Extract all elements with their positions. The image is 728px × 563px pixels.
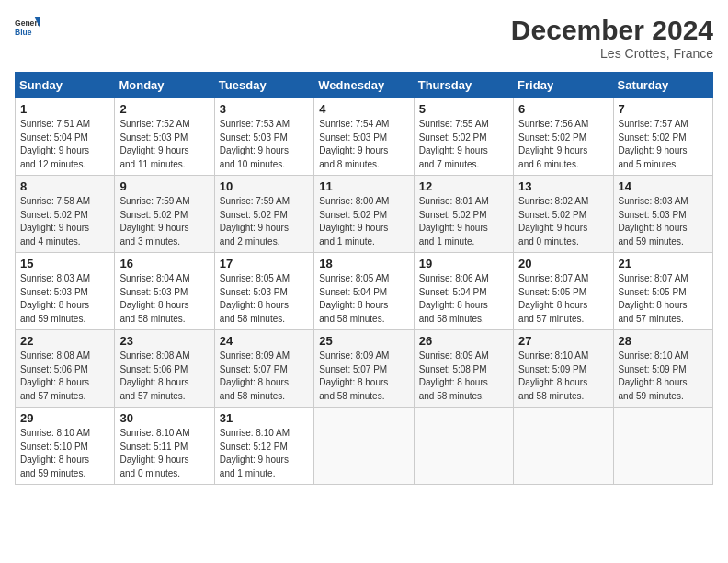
calendar-table: SundayMondayTuesdayWednesdayThursdayFrid… bbox=[15, 72, 713, 485]
day-info: Sunrise: 8:05 AM Sunset: 5:03 PM Dayligh… bbox=[220, 272, 309, 326]
calendar-week-row: 22Sunrise: 8:08 AM Sunset: 5:06 PM Dayli… bbox=[16, 330, 713, 408]
day-number: 4 bbox=[319, 102, 408, 116]
day-info: Sunrise: 8:10 AM Sunset: 5:09 PM Dayligh… bbox=[619, 350, 708, 403]
day-number: 17 bbox=[220, 257, 309, 270]
calendar-day-cell: 14Sunrise: 8:03 AM Sunset: 5:03 PM Dayli… bbox=[613, 176, 712, 253]
day-number: 15 bbox=[20, 257, 109, 270]
calendar-day-cell: 25Sunrise: 8:09 AM Sunset: 5:07 PM Dayli… bbox=[314, 330, 414, 408]
location-subtitle: Les Crottes, France bbox=[511, 46, 713, 61]
day-number: 30 bbox=[119, 411, 209, 425]
day-info: Sunrise: 8:07 AM Sunset: 5:05 PM Dayligh… bbox=[518, 272, 608, 326]
day-info: Sunrise: 8:10 AM Sunset: 5:10 PM Dayligh… bbox=[20, 427, 109, 480]
calendar-day-cell: 30Sunrise: 8:10 AM Sunset: 5:11 PM Dayli… bbox=[115, 408, 214, 485]
day-number: 10 bbox=[220, 179, 309, 193]
calendar-body: 1Sunrise: 7:51 AM Sunset: 5:04 PM Daylig… bbox=[16, 98, 713, 485]
calendar-day-cell: 27Sunrise: 8:10 AM Sunset: 5:09 PM Dayli… bbox=[514, 330, 613, 408]
weekday-header-thursday: Thursday bbox=[414, 73, 513, 98]
weekday-header-saturday: Saturday bbox=[613, 73, 712, 98]
day-number: 5 bbox=[419, 102, 508, 116]
calendar-day-cell: 31Sunrise: 8:10 AM Sunset: 5:12 PM Dayli… bbox=[214, 408, 313, 485]
weekday-header-sunday: Sunday bbox=[16, 73, 115, 98]
day-number: 7 bbox=[619, 102, 708, 116]
day-info: Sunrise: 8:09 AM Sunset: 5:07 PM Dayligh… bbox=[220, 350, 309, 403]
day-number: 3 bbox=[220, 102, 309, 116]
day-number: 11 bbox=[319, 179, 408, 193]
calendar-day-cell: 28Sunrise: 8:10 AM Sunset: 5:09 PM Dayli… bbox=[613, 330, 712, 408]
day-number: 27 bbox=[518, 334, 608, 348]
day-number: 26 bbox=[419, 334, 508, 348]
weekday-header-monday: Monday bbox=[115, 73, 214, 98]
calendar-day-cell: 17Sunrise: 8:05 AM Sunset: 5:03 PM Dayli… bbox=[214, 253, 313, 330]
day-info: Sunrise: 8:02 AM Sunset: 5:02 PM Dayligh… bbox=[518, 195, 608, 248]
weekday-header-friday: Friday bbox=[514, 73, 613, 98]
calendar-day-cell: 1Sunrise: 7:51 AM Sunset: 5:04 PM Daylig… bbox=[16, 98, 115, 176]
calendar-day-cell: 20Sunrise: 8:07 AM Sunset: 5:05 PM Dayli… bbox=[514, 253, 613, 330]
day-info: Sunrise: 7:59 AM Sunset: 5:02 PM Dayligh… bbox=[119, 195, 209, 248]
day-info: Sunrise: 8:03 AM Sunset: 5:03 PM Dayligh… bbox=[20, 272, 109, 326]
day-info: Sunrise: 8:05 AM Sunset: 5:04 PM Dayligh… bbox=[319, 272, 408, 326]
day-info: Sunrise: 8:04 AM Sunset: 5:03 PM Dayligh… bbox=[119, 272, 209, 326]
calendar-day-cell: 5Sunrise: 7:55 AM Sunset: 5:02 PM Daylig… bbox=[414, 98, 513, 176]
calendar-day-cell: 22Sunrise: 8:08 AM Sunset: 5:06 PM Dayli… bbox=[16, 330, 115, 408]
day-info: Sunrise: 8:10 AM Sunset: 5:09 PM Dayligh… bbox=[518, 350, 608, 403]
day-number: 20 bbox=[518, 257, 608, 270]
calendar-day-cell: 21Sunrise: 8:07 AM Sunset: 5:05 PM Dayli… bbox=[613, 253, 712, 330]
month-title: December 2024 bbox=[511, 15, 713, 46]
calendar-day-cell: 23Sunrise: 8:08 AM Sunset: 5:06 PM Dayli… bbox=[115, 330, 214, 408]
calendar-day-cell bbox=[514, 408, 613, 485]
weekday-header-wednesday: Wednesday bbox=[314, 73, 414, 98]
day-info: Sunrise: 8:07 AM Sunset: 5:05 PM Dayligh… bbox=[619, 272, 708, 326]
logo: General Blue bbox=[15, 15, 40, 40]
day-info: Sunrise: 7:58 AM Sunset: 5:02 PM Dayligh… bbox=[20, 195, 109, 248]
day-number: 12 bbox=[419, 179, 508, 193]
day-info: Sunrise: 8:00 AM Sunset: 5:02 PM Dayligh… bbox=[319, 195, 408, 248]
calendar-day-cell: 9Sunrise: 7:59 AM Sunset: 5:02 PM Daylig… bbox=[115, 176, 214, 253]
day-number: 6 bbox=[518, 102, 608, 116]
day-number: 24 bbox=[220, 334, 309, 348]
calendar-header-row: SundayMondayTuesdayWednesdayThursdayFrid… bbox=[16, 73, 713, 98]
day-number: 28 bbox=[619, 334, 708, 348]
title-area: December 2024 Les Crottes, France bbox=[511, 15, 713, 61]
calendar-day-cell: 24Sunrise: 8:09 AM Sunset: 5:07 PM Dayli… bbox=[214, 330, 313, 408]
calendar-day-cell: 3Sunrise: 7:53 AM Sunset: 5:03 PM Daylig… bbox=[214, 98, 313, 176]
day-info: Sunrise: 7:53 AM Sunset: 5:03 PM Dayligh… bbox=[220, 118, 309, 171]
day-number: 19 bbox=[419, 257, 508, 270]
calendar-day-cell: 4Sunrise: 7:54 AM Sunset: 5:03 PM Daylig… bbox=[314, 98, 414, 176]
day-number: 14 bbox=[619, 179, 708, 193]
day-info: Sunrise: 7:57 AM Sunset: 5:02 PM Dayligh… bbox=[619, 118, 708, 171]
day-info: Sunrise: 8:10 AM Sunset: 5:12 PM Dayligh… bbox=[220, 427, 309, 480]
calendar-day-cell: 10Sunrise: 7:59 AM Sunset: 5:02 PM Dayli… bbox=[214, 176, 313, 253]
calendar-day-cell: 19Sunrise: 8:06 AM Sunset: 5:04 PM Dayli… bbox=[414, 253, 513, 330]
day-number: 13 bbox=[518, 179, 608, 193]
day-info: Sunrise: 8:09 AM Sunset: 5:07 PM Dayligh… bbox=[319, 350, 408, 403]
day-info: Sunrise: 7:52 AM Sunset: 5:03 PM Dayligh… bbox=[119, 118, 209, 171]
calendar-day-cell: 13Sunrise: 8:02 AM Sunset: 5:02 PM Dayli… bbox=[514, 176, 613, 253]
day-info: Sunrise: 8:10 AM Sunset: 5:11 PM Dayligh… bbox=[119, 427, 209, 480]
day-number: 18 bbox=[319, 257, 408, 270]
day-info: Sunrise: 8:06 AM Sunset: 5:04 PM Dayligh… bbox=[419, 272, 508, 326]
calendar-day-cell: 2Sunrise: 7:52 AM Sunset: 5:03 PM Daylig… bbox=[115, 98, 214, 176]
day-number: 31 bbox=[220, 411, 309, 425]
calendar-day-cell bbox=[414, 408, 513, 485]
day-info: Sunrise: 7:51 AM Sunset: 5:04 PM Dayligh… bbox=[20, 118, 109, 171]
day-info: Sunrise: 8:09 AM Sunset: 5:08 PM Dayligh… bbox=[419, 350, 508, 403]
day-number: 9 bbox=[119, 179, 209, 193]
calendar-day-cell bbox=[314, 408, 414, 485]
calendar-day-cell: 26Sunrise: 8:09 AM Sunset: 5:08 PM Dayli… bbox=[414, 330, 513, 408]
calendar-week-row: 15Sunrise: 8:03 AM Sunset: 5:03 PM Dayli… bbox=[16, 253, 713, 330]
day-info: Sunrise: 7:56 AM Sunset: 5:02 PM Dayligh… bbox=[518, 118, 608, 171]
calendar-day-cell: 6Sunrise: 7:56 AM Sunset: 5:02 PM Daylig… bbox=[514, 98, 613, 176]
calendar-day-cell: 8Sunrise: 7:58 AM Sunset: 5:02 PM Daylig… bbox=[16, 176, 115, 253]
calendar-day-cell: 15Sunrise: 8:03 AM Sunset: 5:03 PM Dayli… bbox=[16, 253, 115, 330]
weekday-header-tuesday: Tuesday bbox=[214, 73, 313, 98]
day-number: 2 bbox=[119, 102, 209, 116]
day-info: Sunrise: 8:08 AM Sunset: 5:06 PM Dayligh… bbox=[119, 350, 209, 403]
day-number: 23 bbox=[119, 334, 209, 348]
day-info: Sunrise: 7:54 AM Sunset: 5:03 PM Dayligh… bbox=[319, 118, 408, 171]
calendar-week-row: 29Sunrise: 8:10 AM Sunset: 5:10 PM Dayli… bbox=[16, 408, 713, 485]
page-header: General Blue December 2024 Les Crottes, … bbox=[15, 15, 713, 61]
calendar-day-cell: 11Sunrise: 8:00 AM Sunset: 5:02 PM Dayli… bbox=[314, 176, 414, 253]
day-info: Sunrise: 8:08 AM Sunset: 5:06 PM Dayligh… bbox=[20, 350, 109, 403]
logo-icon: General Blue bbox=[15, 15, 40, 40]
day-number: 22 bbox=[20, 334, 109, 348]
